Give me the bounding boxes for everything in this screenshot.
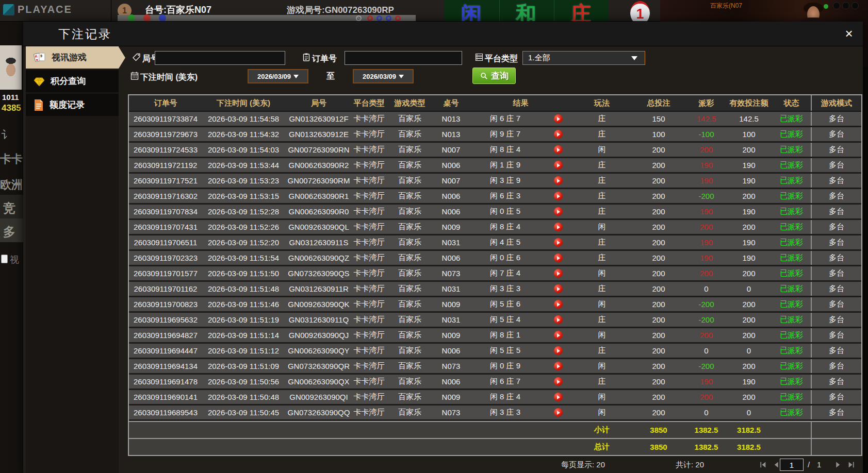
table-row[interactable]: 260309119694827 2026-03-09 11:51:14 GN00… bbox=[129, 328, 861, 344]
cell-order-id: 260309119691478 bbox=[129, 375, 202, 388]
play-replay-button[interactable] bbox=[554, 223, 563, 231]
play-replay-button[interactable] bbox=[554, 331, 563, 340]
play-replay-button[interactable] bbox=[554, 238, 563, 247]
play-replay-button[interactable] bbox=[554, 207, 563, 216]
play-replay-button[interactable] bbox=[554, 362, 563, 370]
cell-order-id: 260309119717521 bbox=[129, 174, 202, 188]
cell-result: 闲 3 庄 3 bbox=[468, 406, 543, 419]
cell-valid-bet: 190 bbox=[726, 158, 772, 172]
cell-payout: 190 bbox=[687, 205, 726, 218]
header-status: 状态 bbox=[772, 95, 811, 111]
cell-bet-time: 2026-03-09 11:54:03 bbox=[202, 143, 285, 157]
next-page-button[interactable] bbox=[834, 461, 842, 468]
table-number-label: 台号:百家乐N07 bbox=[145, 4, 211, 16]
table-row[interactable]: 260309119690141 2026-03-09 11:50:48 GN00… bbox=[129, 390, 861, 406]
cell-order-id: 260309119694827 bbox=[129, 328, 202, 342]
round-id-input[interactable] bbox=[155, 51, 285, 65]
play-replay-button[interactable] bbox=[554, 192, 563, 200]
table-row[interactable]: 260309119721192 2026-03-09 11:53:44 GN00… bbox=[129, 158, 861, 174]
cell-order-id: 260309119689543 bbox=[129, 406, 202, 419]
avatar[interactable] bbox=[0, 45, 22, 90]
play-replay-button[interactable] bbox=[554, 300, 563, 309]
platform-type-select[interactable]: 1.全部 bbox=[522, 51, 645, 65]
table-row[interactable]: 260309119695632 2026-03-09 11:51:19 GN03… bbox=[129, 313, 861, 328]
play-replay-button[interactable] bbox=[554, 130, 563, 139]
cell-result: 闲 8 庄 4 bbox=[468, 220, 543, 234]
cell-status: 已派彩 bbox=[772, 344, 811, 358]
table-row[interactable]: 260309119701577 2026-03-09 11:51:50 GN07… bbox=[129, 266, 861, 282]
play-replay-button[interactable] bbox=[554, 377, 563, 386]
date-to-picker[interactable]: 2026/03/09 bbox=[353, 69, 414, 83]
tab-video-games[interactable]: K ♥ 9 视讯游戏 bbox=[26, 46, 119, 69]
table-row[interactable]: 260309119694134 2026-03-09 11:51:09 GN07… bbox=[129, 359, 861, 375]
cell-payout: 190 bbox=[687, 158, 726, 172]
play-replay-button[interactable] bbox=[554, 315, 563, 324]
cell-platform: 卡卡湾厅 bbox=[353, 158, 385, 172]
first-page-button[interactable] bbox=[759, 461, 766, 468]
cell-game-type: 百家乐 bbox=[385, 282, 434, 296]
cell-valid-bet: 142.5 bbox=[726, 112, 772, 126]
cell-status: 已派彩 bbox=[772, 127, 811, 141]
sidebar-item-kaka[interactable]: 卡卡 bbox=[0, 151, 23, 167]
bet-spot-banker[interactable]: 庄 bbox=[570, 4, 591, 22]
play-replay-button[interactable] bbox=[554, 114, 563, 123]
table-row[interactable]: 260309119717521 2026-03-09 11:53:23 GN00… bbox=[129, 174, 861, 189]
table-row[interactable]: 260309119729673 2026-03-09 11:54:32 GN01… bbox=[129, 127, 861, 143]
play-replay-button[interactable] bbox=[554, 145, 563, 154]
bet-history-modal: 下注记录 × K ♥ 9 视讯游戏 积分查询 bbox=[23, 22, 863, 473]
table-row[interactable]: 260309119706511 2026-03-09 11:52:20 GN03… bbox=[129, 235, 861, 251]
table-row[interactable]: 260309119733874 2026-03-09 11:54:58 GN01… bbox=[129, 112, 861, 127]
table-row[interactable]: 260309119702323 2026-03-09 11:51:54 GN00… bbox=[129, 251, 861, 266]
bet-spot-player[interactable]: 闲 bbox=[461, 4, 482, 22]
page-number-input[interactable] bbox=[780, 459, 804, 471]
tag-icon bbox=[132, 53, 141, 62]
play-replay-button[interactable] bbox=[554, 284, 563, 293]
cell-order-id: 260309119695632 bbox=[129, 313, 202, 327]
cell-game-type: 百家乐 bbox=[385, 328, 434, 342]
cell-order-id: 260309119733874 bbox=[129, 112, 202, 126]
play-replay-button[interactable] bbox=[554, 176, 563, 185]
prev-page-button[interactable] bbox=[773, 461, 780, 468]
topbar-divider bbox=[111, 0, 111, 22]
table-row[interactable]: 260309119701162 2026-03-09 11:51:48 GN03… bbox=[129, 282, 861, 297]
play-replay-button[interactable] bbox=[554, 269, 563, 278]
modal-title: 下注记录 bbox=[58, 22, 112, 46]
play-replay-button[interactable] bbox=[554, 346, 563, 355]
order-id-input[interactable] bbox=[345, 51, 462, 65]
close-button[interactable]: × bbox=[841, 26, 857, 41]
cell-status: 已派彩 bbox=[772, 390, 811, 404]
header-game-mode: 游戏模式 bbox=[811, 95, 861, 111]
play-replay-button[interactable] bbox=[554, 393, 563, 401]
cell-platform: 卡卡湾厅 bbox=[353, 297, 385, 311]
date-from-picker[interactable]: 2026/03/09 bbox=[248, 69, 308, 83]
bet-spot-tie[interactable]: 和 bbox=[516, 4, 536, 22]
cell-bet-time: 2026-03-09 11:54:58 bbox=[202, 112, 285, 126]
table-row[interactable]: 260309119724533 2026-03-09 11:54:03 GN00… bbox=[129, 143, 861, 158]
cell-valid-bet: 100 bbox=[726, 127, 772, 141]
search-button[interactable]: 查询 bbox=[472, 67, 516, 84]
cell-game-mode: 多台 bbox=[811, 359, 861, 373]
table-row[interactable]: 260309119707834 2026-03-09 11:52:28 GN00… bbox=[129, 205, 861, 220]
table-row[interactable]: 260309119694447 2026-03-09 11:51:12 GN00… bbox=[129, 344, 861, 359]
sidebar-item-europe[interactable]: 欧洲 bbox=[0, 177, 23, 193]
tab-quota-records[interactable]: 额度记录 bbox=[26, 94, 119, 116]
table-row[interactable]: 260309119716302 2026-03-09 11:53:15 GN00… bbox=[129, 189, 861, 205]
table-row[interactable]: 260309119689543 2026-03-09 11:50:45 GN07… bbox=[129, 406, 861, 421]
cell-status: 已派彩 bbox=[772, 282, 811, 296]
cell-bet-type: 庄 bbox=[574, 344, 630, 358]
cell-payout: 190 bbox=[687, 174, 726, 188]
total-label: 总计 bbox=[574, 439, 630, 455]
tab-points-query[interactable]: 积分查询 bbox=[26, 70, 119, 92]
last-page-button[interactable] bbox=[848, 461, 855, 468]
play-replay-button[interactable] bbox=[554, 161, 563, 170]
modal-title-bar: 下注记录 × bbox=[23, 22, 863, 46]
cell-game-type: 百家乐 bbox=[385, 205, 434, 218]
play-triangle-icon bbox=[557, 287, 560, 291]
cell-bet-time: 2026-03-09 11:50:48 bbox=[202, 390, 285, 404]
table-row[interactable]: 260309119691478 2026-03-09 11:50:56 GN00… bbox=[129, 375, 861, 390]
table-row[interactable]: 260309119700823 2026-03-09 11:51:46 GN00… bbox=[129, 297, 861, 313]
table-row[interactable]: 260309119707431 2026-03-09 11:52:26 GN00… bbox=[129, 220, 861, 235]
play-replay-button[interactable] bbox=[554, 254, 563, 262]
cell-platform: 卡卡湾厅 bbox=[353, 390, 385, 404]
play-replay-button[interactable] bbox=[554, 408, 563, 417]
